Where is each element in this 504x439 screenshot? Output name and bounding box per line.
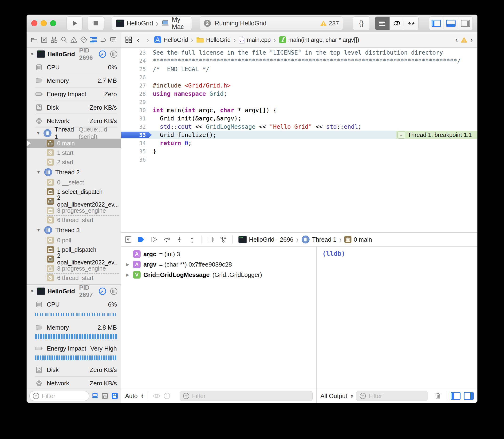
disclosure-triangle-icon[interactable]: ▶ <box>125 262 130 267</box>
jump-bar-segment[interactable]: fmain(int argc, char * argv[]) <box>279 36 359 44</box>
line-number[interactable]: 32 <box>121 124 152 130</box>
run-button[interactable] <box>67 16 82 30</box>
line-number[interactable]: 24 <box>121 58 152 64</box>
nav-tab-breakpoint-navigator-icon[interactable] <box>99 35 108 45</box>
gauge-row-memory[interactable]: Memory2.8 MB <box>35 321 121 334</box>
gauge-row-network[interactable]: NetworkZero KB/s <box>35 114 121 128</box>
memory-graph-icon[interactable] <box>220 236 227 243</box>
breakpoint-annotation[interactable]: ≡Thread 1: breakpoint 1.1 <box>396 131 477 139</box>
stack-frame-row[interactable]: 2 opal_libevent2022_ev... <box>27 254 121 264</box>
continue-icon[interactable] <box>151 236 157 243</box>
hide-debug-area-icon[interactable] <box>125 236 132 243</box>
step-over-icon[interactable] <box>163 236 170 243</box>
gauge-row-cpu[interactable]: CPU6% <box>35 298 121 311</box>
breakpoint-line-number[interactable]: 33 <box>121 132 152 138</box>
minimize-button[interactable] <box>41 20 47 26</box>
related-items-icon[interactable] <box>125 36 132 43</box>
activity-status-view[interactable]: 2 Running HelloGrid 237 <box>200 16 343 30</box>
version-editor-button[interactable] <box>404 17 418 30</box>
stack-frame-row[interactable]: ⚙0 __select <box>27 178 121 187</box>
gauge-row-energy-impact[interactable]: Energy ImpactZero <box>35 87 121 101</box>
source-editor[interactable]: 23See the full license in the file "LICE… <box>121 48 477 232</box>
stack-frame-row[interactable]: 2 opal_libevent2022_ev... <box>27 196 121 206</box>
stepper-icon[interactable]: ▴▾ <box>141 394 143 398</box>
disclosure-triangle-icon[interactable]: ▼ <box>30 289 34 294</box>
stop-button[interactable] <box>88 16 104 30</box>
next-issue-icon[interactable]: › <box>469 36 474 44</box>
nav-tab-find-navigator-icon[interactable] <box>59 35 68 45</box>
line-number[interactable]: 25 <box>121 66 152 72</box>
show-console-toggle[interactable] <box>464 392 474 400</box>
trash-icon[interactable] <box>434 392 441 400</box>
jump-bar-segment[interactable]: C++main.cpp <box>239 36 270 44</box>
warning-count[interactable]: 237 <box>320 20 339 27</box>
line-number[interactable]: 34 <box>121 140 152 146</box>
show-variables-toggle[interactable] <box>451 392 460 400</box>
line-number[interactable]: 31 <box>121 116 152 122</box>
toggle-inspector-button[interactable] <box>458 17 472 30</box>
gauge-row-cpu[interactable]: CPU0% <box>35 61 121 74</box>
line-number[interactable]: 36 <box>121 157 152 163</box>
flag-filter-icon[interactable] <box>92 392 98 400</box>
bars-icon[interactable] <box>110 50 118 58</box>
debug-breadcrumb-segment[interactable]: HelloGrid - 2696 <box>238 236 293 243</box>
thread-row[interactable]: ▼Thread 2 <box>27 167 121 178</box>
disclosure-triangle-icon[interactable]: ▶ <box>125 272 130 277</box>
line-number[interactable]: 23 <box>121 50 152 56</box>
gauge-icon[interactable] <box>98 287 106 295</box>
toggle-debug-area-button[interactable] <box>444 17 458 30</box>
thread-row[interactable]: ▼Thread 3 <box>27 225 121 235</box>
zoom-button[interactable] <box>50 20 56 26</box>
toggle-navigator-button[interactable] <box>429 17 444 30</box>
line-number[interactable]: 26 <box>121 74 152 80</box>
process-row[interactable]: ▼HelloGridPID 2696 <box>27 48 121 61</box>
standard-editor-button[interactable] <box>375 17 390 30</box>
stack-frame-row[interactable]: 3 progress_engine <box>27 206 121 215</box>
console-filter-field[interactable]: Filter <box>356 391 428 401</box>
view-hierarchy-icon[interactable] <box>207 236 214 243</box>
bars-icon[interactable] <box>110 287 118 295</box>
thread-row[interactable]: ▼Thread 1Queue:...d (serial) <box>27 128 121 139</box>
jump-bar-segment[interactable]: HelloGrid <box>196 37 231 43</box>
nav-tab-debug-navigator-icon[interactable] <box>89 35 98 45</box>
nav-tab-report-navigator-icon[interactable] <box>109 35 118 45</box>
line-number[interactable]: 28 <box>121 91 152 97</box>
scheme-selector[interactable]: HelloGrid › My Mac <box>112 16 192 30</box>
view-filter-icon[interactable] <box>111 392 118 400</box>
info-icon[interactable] <box>164 393 170 399</box>
stack-frame-row[interactable]: ⚙0 poll <box>27 235 121 245</box>
disclosure-triangle-icon[interactable]: ▼ <box>30 51 34 57</box>
nav-tab-issue-navigator-icon[interactable] <box>69 35 78 45</box>
back-chevron-icon[interactable]: ‹ <box>134 35 142 45</box>
variable-row[interactable]: Aargc= (int) 3 <box>121 249 316 259</box>
console-view[interactable]: (lldb) <box>317 246 477 389</box>
navigator-filter-field[interactable]: Filter <box>29 391 89 401</box>
stack-frame-row[interactable]: ⚙6 thread_start <box>27 215 121 225</box>
gauge-row-memory[interactable]: Memory2.7 MB <box>35 74 121 87</box>
variables-view[interactable]: Aargc= (int) 3▶Aargv= (char **) 0x7ffee9… <box>121 246 316 389</box>
line-number[interactable]: 35 <box>121 148 152 155</box>
quicklook-eye-icon[interactable] <box>153 393 160 399</box>
library-button[interactable]: {} <box>353 16 370 30</box>
gauge-row-disk[interactable]: DiskZero KB/s <box>35 101 121 114</box>
stepper-icon[interactable]: ▴▾ <box>351 394 353 398</box>
close-button[interactable] <box>31 20 37 26</box>
step-out-icon[interactable] <box>188 236 196 243</box>
variable-row[interactable]: ▶VGrid::GridLogMessage(Grid::GridLogger) <box>121 270 316 280</box>
scope-selector[interactable]: Auto <box>125 392 138 400</box>
process-row[interactable]: ▼HelloGridPID 2697 <box>27 285 121 298</box>
line-number[interactable]: 30 <box>121 107 152 113</box>
line-number[interactable]: 29 <box>121 99 152 105</box>
gauge-row-network[interactable]: NetworkZero KB/s <box>35 377 121 389</box>
variable-row[interactable]: ▶Aargv= (char **) 0x7ffee9039c28 <box>121 259 316 270</box>
forward-chevron-icon[interactable]: › <box>144 35 151 45</box>
disclosure-triangle-icon[interactable]: ▼ <box>36 131 40 136</box>
disclosure-triangle-icon[interactable]: ▼ <box>36 228 41 233</box>
stack-frame-row[interactable]: ⚙2 start <box>27 157 121 167</box>
nav-tab-test-navigator-icon[interactable] <box>79 35 88 45</box>
disclosure-triangle-icon[interactable]: ▼ <box>36 170 41 175</box>
line-number[interactable]: 27 <box>121 83 152 89</box>
gauge-icon[interactable] <box>98 50 106 58</box>
debug-breadcrumb-segment[interactable]: Thread 1 <box>301 235 336 244</box>
debug-breadcrumb-segment[interactable]: 0 main <box>344 236 372 243</box>
